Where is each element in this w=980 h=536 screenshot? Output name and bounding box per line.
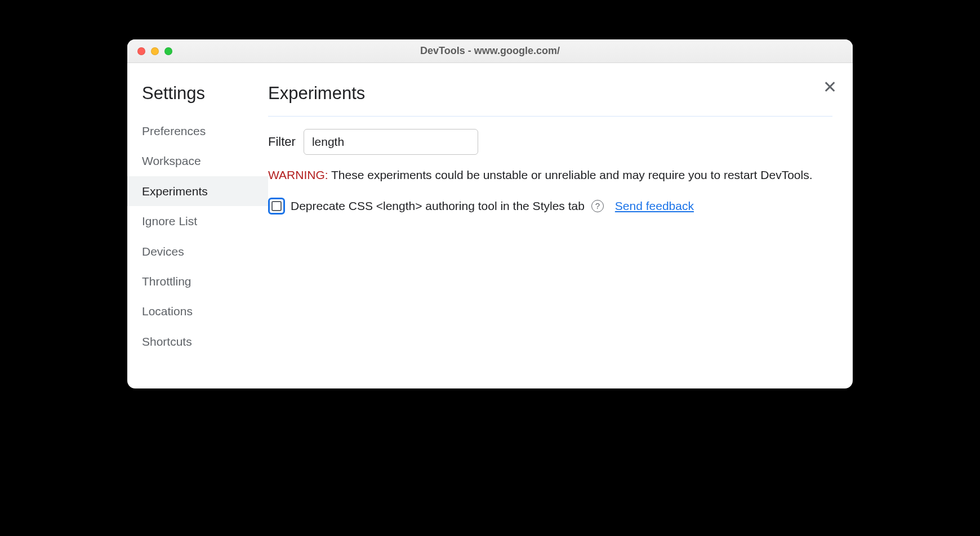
help-icon[interactable]: ?	[591, 200, 604, 212]
close-window-button[interactable]	[137, 47, 145, 55]
sidebar-title: Settings	[127, 83, 268, 116]
close-icon[interactable]: ✕	[823, 79, 837, 96]
filter-label: Filter	[268, 135, 296, 149]
filter-row: Filter	[268, 129, 832, 155]
maximize-window-button[interactable]	[164, 47, 172, 55]
minimize-window-button[interactable]	[151, 47, 159, 55]
checkbox-unchecked-icon	[271, 201, 282, 211]
experiment-label: Deprecate CSS <length> authoring tool in…	[291, 199, 585, 213]
warning-prefix: WARNING:	[268, 168, 328, 181]
sidebar-item-locations[interactable]: Locations	[127, 296, 268, 326]
window-title: DevTools - www.google.com/	[127, 45, 853, 57]
filter-input[interactable]	[304, 129, 478, 155]
sidebar-item-shortcuts[interactable]: Shortcuts	[127, 327, 268, 356]
warning-body: These experiments could be unstable or u…	[331, 168, 812, 181]
experiment-checkbox[interactable]	[268, 198, 285, 215]
sidebar-item-devices[interactable]: Devices	[127, 236, 268, 266]
sidebar-item-workspace[interactable]: Workspace	[127, 146, 268, 176]
page-heading: Experiments	[268, 83, 832, 117]
send-feedback-link[interactable]: Send feedback	[615, 199, 694, 213]
settings-body: ✕ Settings Preferences Workspace Experim…	[127, 63, 853, 388]
sidebar-item-preferences[interactable]: Preferences	[127, 116, 268, 146]
settings-sidebar: Settings Preferences Workspace Experimen…	[127, 63, 268, 388]
experiment-row: Deprecate CSS <length> authoring tool in…	[268, 198, 832, 215]
sidebar-item-ignore-list[interactable]: Ignore List	[127, 206, 268, 236]
traffic-lights	[137, 47, 172, 55]
warning-text: WARNING: These experiments could be unst…	[268, 166, 832, 184]
devtools-window: DevTools - www.google.com/ ✕ Settings Pr…	[127, 39, 853, 388]
settings-main: Experiments Filter WARNING: These experi…	[268, 63, 853, 388]
sidebar-item-experiments[interactable]: Experiments	[127, 176, 268, 206]
titlebar: DevTools - www.google.com/	[127, 39, 853, 63]
sidebar-item-throttling[interactable]: Throttling	[127, 266, 268, 296]
